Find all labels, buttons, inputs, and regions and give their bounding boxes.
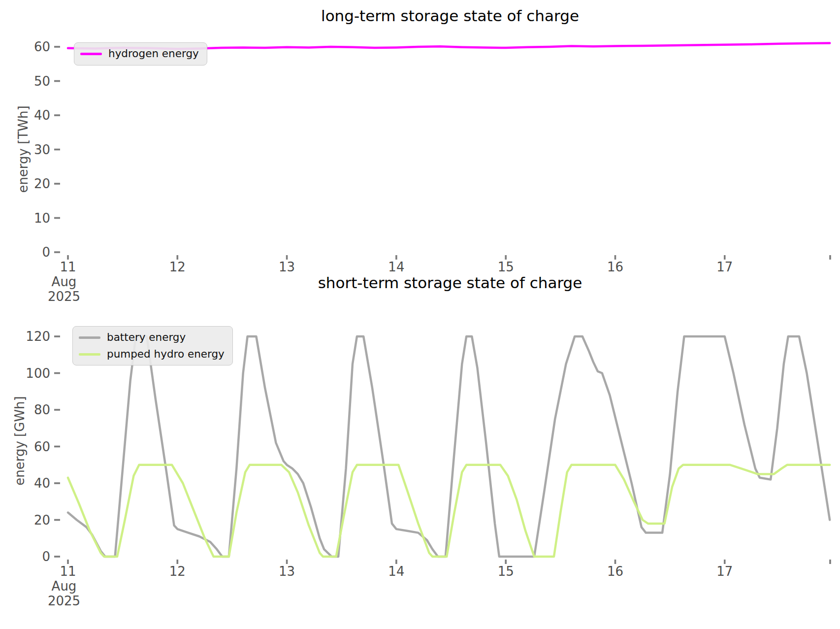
legend-row-battery: battery energy bbox=[79, 331, 225, 344]
y-tick-mark bbox=[54, 149, 60, 151]
x-tick-label: 16 bbox=[607, 260, 623, 274]
legend-row-pumped-hydro: pumped hydro energy bbox=[79, 348, 225, 361]
x-tick-mark bbox=[505, 560, 507, 564]
y-tick-mark bbox=[54, 482, 60, 484]
x-tick-mark bbox=[614, 560, 616, 564]
x-tick-label: 15 bbox=[498, 564, 514, 579]
y-tick-label: 0 bbox=[42, 549, 50, 564]
top-y-axis-label: energy [TWh] bbox=[16, 105, 31, 193]
y-tick-mark bbox=[54, 80, 60, 82]
y-tick-label: 60 bbox=[34, 439, 50, 454]
x-tick-label: 17 bbox=[716, 260, 733, 274]
y-tick-mark bbox=[54, 409, 60, 411]
y-tick-label: 30 bbox=[34, 142, 50, 157]
x-tick-mark-edge bbox=[829, 255, 831, 260]
hydrogen-energy-line-swatch bbox=[80, 53, 102, 55]
y-tick-label: 40 bbox=[34, 476, 50, 491]
y-tick-mark bbox=[54, 46, 60, 48]
bottom-chart-legend: battery energy pumped hydro energy bbox=[72, 326, 233, 365]
x-tick-mark bbox=[614, 255, 616, 260]
x-tick-label: 13 bbox=[279, 564, 295, 579]
top-chart-legend: hydrogen energy bbox=[74, 42, 207, 66]
x-tick-mark bbox=[395, 560, 397, 564]
y-tick-label: 20 bbox=[34, 176, 50, 191]
legend-row-hydrogen: hydrogen energy bbox=[80, 48, 199, 60]
y-tick-label: 120 bbox=[26, 329, 50, 344]
y-tick-mark bbox=[54, 446, 60, 448]
plot-canvas: 010203040506011121314151617Aug2025020406… bbox=[0, 0, 840, 629]
y-tick-mark bbox=[54, 556, 60, 558]
battery-energy-line-swatch bbox=[79, 336, 100, 339]
battery-energy-line bbox=[68, 336, 830, 557]
y-tick-label: 60 bbox=[34, 39, 50, 54]
x-tick-label: 11 bbox=[60, 564, 76, 579]
legend-label-pumped-hydro: pumped hydro energy bbox=[107, 348, 225, 361]
y-tick-label: 10 bbox=[34, 211, 50, 226]
y-tick-label: 80 bbox=[34, 402, 50, 417]
y-tick-mark bbox=[54, 372, 60, 374]
y-tick-label: 20 bbox=[34, 513, 50, 528]
y-tick-mark bbox=[54, 114, 60, 116]
y-tick-mark bbox=[54, 217, 60, 219]
y-tick-label: 0 bbox=[42, 245, 50, 260]
x-offset-label: Aug bbox=[52, 579, 77, 594]
y-tick-mark bbox=[54, 183, 60, 185]
x-tick-mark bbox=[395, 255, 397, 260]
x-tick-label: 16 bbox=[607, 564, 623, 579]
y-tick-mark bbox=[54, 519, 60, 521]
x-tick-label: 14 bbox=[388, 260, 404, 274]
x-tick-label: 15 bbox=[498, 260, 514, 274]
x-tick-label: 17 bbox=[716, 564, 733, 579]
y-tick-mark bbox=[54, 335, 60, 337]
x-tick-mark bbox=[177, 255, 179, 260]
x-tick-label: 12 bbox=[169, 260, 186, 274]
top-chart-title: long-term storage state of charge bbox=[68, 7, 832, 25]
bottom-y-axis-label: energy [GWh] bbox=[12, 396, 27, 485]
x-tick-mark bbox=[724, 560, 726, 564]
x-tick-mark bbox=[67, 560, 69, 564]
x-offset-label: 2025 bbox=[48, 594, 80, 608]
x-tick-mark-edge bbox=[829, 560, 831, 564]
y-tick-mark bbox=[54, 251, 60, 253]
x-tick-label: 12 bbox=[169, 564, 186, 579]
x-tick-mark bbox=[67, 255, 69, 260]
x-tick-mark bbox=[724, 255, 726, 260]
y-tick-label: 100 bbox=[26, 366, 50, 381]
x-tick-label: 14 bbox=[388, 564, 404, 579]
bottom-chart-title: short-term storage state of charge bbox=[68, 274, 832, 292]
x-tick-mark bbox=[286, 255, 288, 260]
x-tick-mark bbox=[286, 560, 288, 564]
x-tick-mark bbox=[505, 255, 507, 260]
legend-label-battery: battery energy bbox=[107, 331, 186, 344]
legend-label-hydrogen: hydrogen energy bbox=[108, 48, 199, 60]
x-tick-mark bbox=[177, 560, 179, 564]
x-tick-label: 13 bbox=[279, 260, 295, 274]
x-tick-label: 11 bbox=[60, 260, 76, 274]
figure: 010203040506011121314151617Aug2025020406… bbox=[0, 0, 840, 629]
y-tick-label: 50 bbox=[34, 74, 50, 89]
y-tick-label: 40 bbox=[34, 108, 50, 123]
pumped-hydro-energy-line-swatch bbox=[79, 353, 100, 356]
